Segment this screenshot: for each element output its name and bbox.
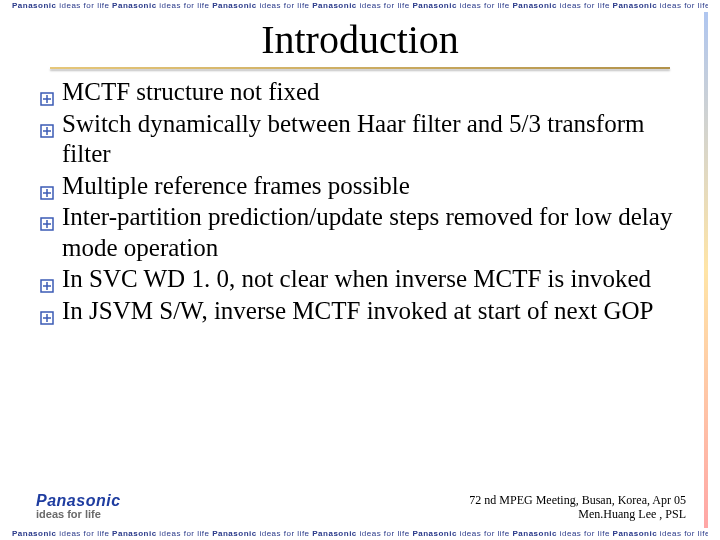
list-item-text: Switch dynamically between Haar filter a… <box>62 110 644 168</box>
list-item-text: In SVC WD 1. 0, not clear when inverse M… <box>62 265 651 292</box>
list-item-text: In JSVM S/W, inverse MCTF invoked at sta… <box>62 297 653 324</box>
bullet-icon <box>40 302 54 333</box>
title-underline <box>50 67 670 69</box>
right-gradient <box>704 12 708 528</box>
border-bottom: Panasonic ideas for life Panasonic ideas… <box>12 528 708 540</box>
slide: Panasonic ideas for life Panasonic ideas… <box>0 0 720 540</box>
list-item: In SVC WD 1. 0, not clear when inverse M… <box>40 264 680 295</box>
logo-block: Panasonic ideas for life <box>36 492 121 520</box>
footer-line2: Men.Huang Lee , PSL <box>469 508 686 522</box>
list-item: Inter-partition prediction/update steps … <box>40 202 680 263</box>
list-item: MCTF structure not fixed <box>40 77 680 108</box>
content-area: Introduction MCTF structure not fixed Sw… <box>30 16 690 494</box>
slide-title: Introduction <box>30 16 690 63</box>
list-item-text: Inter-partition prediction/update steps … <box>62 203 672 261</box>
list-item: In JSVM S/W, inverse MCTF invoked at sta… <box>40 296 680 327</box>
list-item: Multiple reference frames possible <box>40 171 680 202</box>
bullet-icon <box>40 208 54 239</box>
border-top: Panasonic ideas for life Panasonic ideas… <box>12 0 708 12</box>
footer: 72 nd MPEG Meeting, Busan, Korea, Apr 05… <box>469 494 686 522</box>
list-item-text: MCTF structure not fixed <box>62 78 320 105</box>
list-item-text: Multiple reference frames possible <box>62 172 410 199</box>
bullet-icon <box>40 115 54 146</box>
list-item: Switch dynamically between Haar filter a… <box>40 109 680 170</box>
footer-line1: 72 nd MPEG Meeting, Busan, Korea, Apr 05 <box>469 494 686 508</box>
bullet-list: MCTF structure not fixed Switch dynamica… <box>40 77 680 326</box>
